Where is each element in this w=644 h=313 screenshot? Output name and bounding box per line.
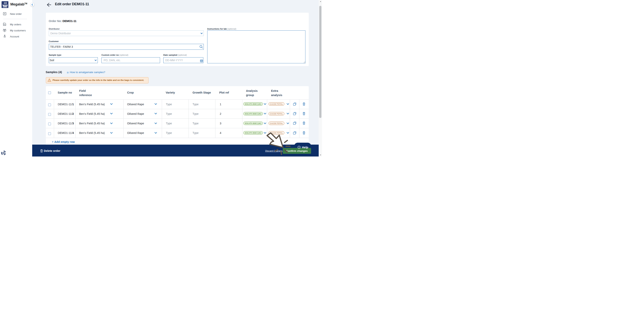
svg-text:?: ? — [298, 146, 300, 148]
svg-text:YARA: YARA — [2, 6, 7, 8]
